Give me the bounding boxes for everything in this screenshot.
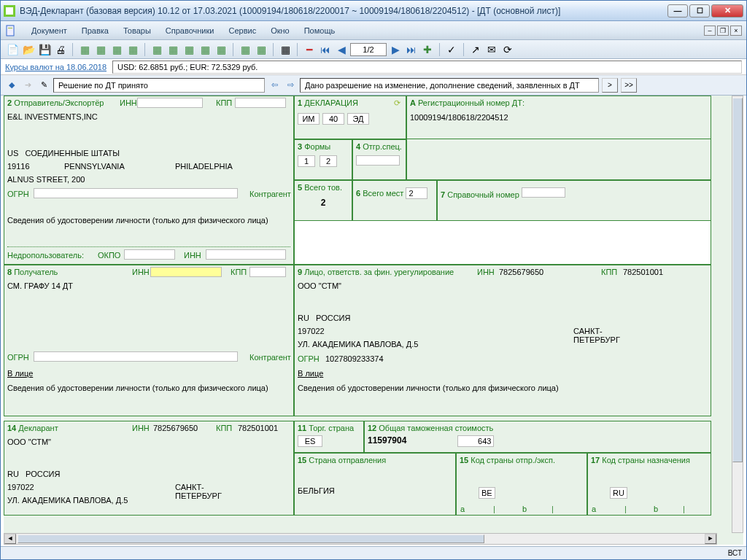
box-11-trade-country: 11 Торг. страна ES — [294, 421, 364, 453]
sheet4-button[interactable]: ▦ — [125, 42, 140, 57]
diamond-icon[interactable]: ◆ — [5, 79, 18, 92]
add-button[interactable]: ✚ — [420, 42, 435, 57]
menu-window[interactable]: Окно — [263, 23, 297, 38]
status-prev-button[interactable]: ⇦ — [268, 79, 281, 92]
mdi-close-button[interactable]: × — [730, 26, 742, 36]
box-17a-destination-code: 17 Код страны назначения RU a | b | — [587, 453, 711, 516]
menu-refs[interactable]: Справочники — [158, 23, 222, 38]
refresh-button[interactable]: ⟳ — [500, 42, 515, 57]
box-a-reg-number: A Регистрационный номер ДТ: 10009194/180… — [406, 96, 711, 139]
box2-identity-note: Сведения об удостоверении личности (толь… — [7, 216, 268, 225]
box7-input[interactable] — [522, 187, 565, 198]
check-button[interactable]: ✓ — [444, 42, 459, 57]
menu-help[interactable]: Помощь — [297, 23, 343, 38]
save-button[interactable]: 💾 — [37, 42, 52, 57]
scroll-left-button[interactable]: ◄ — [4, 534, 16, 544]
shift-last-button[interactable]: >> — [621, 78, 637, 93]
box6-input[interactable]: 2 — [406, 187, 427, 199]
box1while-v3[interactable]: ЭД — [347, 113, 369, 125]
box2-ogrn-input[interactable] — [34, 188, 238, 198]
prev-page-button[interactable]: ◀ — [334, 42, 349, 57]
page-indicator[interactable] — [350, 43, 387, 56]
new-doc-button[interactable]: 📄 — [5, 42, 20, 57]
box-8-recipient: 8 Получатель ИНН КПП СМ. ГРАФУ 14 ДТ ОГР… — [4, 265, 294, 416]
box-12-customs-value: 12 Общая таможенная стоимость 11597904 6… — [364, 421, 711, 453]
box3-v1[interactable]: 1 — [298, 155, 315, 167]
svg-rect-2 — [7, 26, 14, 36]
box-15-departure-country: 15 Страна отправления БЕЛЬГИЯ — [294, 453, 456, 516]
copy-button[interactable]: ▦ — [278, 42, 293, 57]
window-close-button[interactable]: ✕ — [711, 4, 743, 18]
box2-inn2-input[interactable] — [206, 249, 286, 260]
status-next-button[interactable]: ⇨ — [284, 79, 297, 92]
vertical-scrollbar[interactable] — [732, 96, 743, 533]
spacer-right — [406, 139, 711, 180]
sheet1-button[interactable]: ▦ — [77, 42, 92, 57]
mail-button[interactable]: ✉ — [484, 42, 499, 57]
box-4-spec: 4 Отгр.спец. — [352, 139, 406, 180]
box8-inn-input[interactable] — [150, 267, 222, 277]
box8-ogrn-input[interactable] — [34, 351, 238, 362]
box3-v2[interactable]: 2 — [320, 155, 337, 167]
window-titlebar: ВЭД-Декларант (базовая версия) 10.12 от … — [1, 1, 746, 21]
box11-input[interactable]: ES — [298, 435, 322, 447]
last-page-button[interactable]: ⏭ — [404, 42, 419, 57]
box-9-financial: 9 Лицо, ответств. за фин. урегулирование… — [294, 265, 711, 416]
status-bar: ВСТ — [1, 546, 746, 559]
box2-inn-input[interactable] — [137, 98, 203, 108]
first-page-button[interactable]: ⏮ — [318, 42, 333, 57]
form-area: 2 Отправитель/Экспортёр ИНН КПП E&L INVE… — [4, 96, 743, 545]
print-button[interactable]: 🖨 — [53, 42, 68, 57]
delete-button[interactable]: ━ — [302, 42, 317, 57]
box12-code-input[interactable]: 643 — [457, 435, 494, 447]
pen-icon[interactable]: ✎ — [37, 79, 50, 92]
box15a-input[interactable]: BE — [479, 487, 495, 499]
box2-kpp-input[interactable] — [235, 98, 286, 108]
menu-bar: Документ Правка Товары Справочники Серви… — [1, 21, 746, 40]
sheet8-button[interactable]: ▦ — [198, 42, 212, 57]
sheet11-button[interactable]: ▦ — [254, 42, 268, 57]
sheet5-button[interactable]: ▦ — [150, 42, 164, 57]
box17a-input[interactable]: RU — [610, 487, 627, 499]
box1-v2[interactable]: 40 — [322, 113, 344, 125]
menu-edit[interactable]: Правка — [74, 23, 116, 38]
open-button[interactable]: 📂 — [21, 42, 36, 57]
refresh-icon[interactable]: ⟳ — [394, 98, 403, 107]
horizontal-scrollbar[interactable]: ◄ ► — [4, 533, 717, 545]
mdi-minimize-button[interactable]: – — [704, 26, 716, 36]
export-button[interactable]: ↗ — [468, 42, 483, 57]
rates-display: USD: 62.6851 руб.; EUR: 72.5329 руб. — [112, 61, 742, 74]
sheet3-button[interactable]: ▦ — [109, 42, 124, 57]
scroll-right-button[interactable]: ► — [705, 534, 716, 544]
window-maximize-button[interactable]: ☐ — [689, 4, 710, 18]
box-5-total-goods: 5 Всего тов. 2 — [294, 180, 352, 221]
currency-bar: Курсы валют на 18.06.2018 USD: 62.6851 р… — [1, 59, 746, 75]
app-icon — [4, 5, 15, 17]
decision-bar: ◆ ➔ ✎ Решение по ДТ принято ⇦ ⇨ Дано раз… — [1, 75, 746, 96]
mdi-restore-button[interactable]: ❐ — [717, 26, 729, 36]
menu-service[interactable]: Сервис — [221, 23, 263, 38]
sheet10-button[interactable]: ▦ — [238, 42, 252, 57]
menu-goods[interactable]: Товары — [116, 23, 158, 38]
box8-person-link[interactable]: В лице — [7, 369, 33, 378]
window-minimize-button[interactable]: — — [667, 4, 688, 18]
box1-v1[interactable]: ИМ — [298, 113, 320, 125]
sheet7-button[interactable]: ▦ — [182, 42, 196, 57]
decision-box: Решение по ДТ принято — [53, 78, 265, 93]
grey-arrow-icon[interactable]: ➔ — [21, 79, 34, 92]
next-page-button[interactable]: ▶ — [388, 42, 403, 57]
box9-person-link[interactable]: В лице — [298, 369, 323, 378]
sheet2-button[interactable]: ▦ — [93, 42, 108, 57]
box8-kpp-input[interactable] — [249, 267, 286, 277]
sheet6-button[interactable]: ▦ — [166, 42, 180, 57]
sheet9-button[interactable]: ▦ — [214, 42, 228, 57]
doc-icon — [5, 25, 17, 36]
insert-mode: ВСТ — [728, 549, 742, 557]
shift-next-button[interactable]: > — [602, 78, 618, 93]
box-14-declarant: 14 Декларант ИНН 7825679650 КПП 78250100… — [4, 421, 294, 516]
rates-link[interactable]: Курсы валют на 18.06.2018 — [5, 63, 107, 71]
box4-input[interactable] — [356, 155, 400, 166]
box2-okpo-input[interactable] — [124, 249, 175, 260]
box-6-total-places: 6 Всего мест 2 — [352, 180, 437, 221]
menu-document[interactable]: Документ — [24, 23, 74, 38]
